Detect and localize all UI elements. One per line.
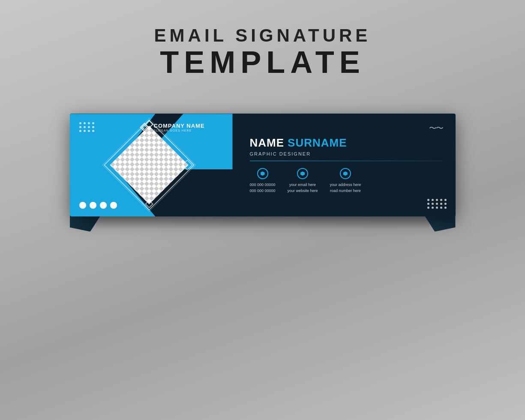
dot bbox=[444, 203, 447, 205]
dot bbox=[427, 207, 429, 209]
dot bbox=[436, 207, 438, 209]
wave-decoration: 〜〜 bbox=[429, 123, 443, 133]
circle-dot bbox=[90, 202, 96, 209]
email-icon bbox=[300, 171, 305, 176]
dot bbox=[440, 203, 442, 205]
dot bbox=[444, 199, 447, 201]
dot bbox=[427, 199, 429, 201]
company-name: COMPANY NAME bbox=[154, 123, 205, 129]
left-section: COMPANY NAME SLOGAN GOES HERE bbox=[70, 114, 233, 216]
card-wrapper: COMPANY NAME SLOGAN GOES HERE bbox=[70, 114, 456, 216]
dots-grid-bottomright bbox=[427, 199, 447, 209]
address-icon bbox=[343, 171, 348, 176]
dot bbox=[88, 130, 90, 132]
dot bbox=[79, 122, 81, 124]
dot bbox=[432, 203, 434, 205]
dot bbox=[84, 130, 86, 132]
dot bbox=[436, 199, 438, 201]
title-line2: TEMPLATE bbox=[154, 45, 371, 79]
dot bbox=[444, 207, 447, 209]
dot bbox=[92, 122, 94, 124]
circles-row bbox=[79, 202, 117, 209]
dot bbox=[92, 130, 94, 132]
dot bbox=[440, 199, 442, 201]
job-title: Graphic Designer bbox=[250, 151, 443, 156]
dot bbox=[427, 203, 429, 205]
email-icon-wrap bbox=[297, 168, 308, 179]
email-text: your email here your website here bbox=[288, 182, 318, 194]
circle-dot bbox=[79, 202, 86, 209]
dot bbox=[84, 122, 86, 124]
phone-text: 000 000 00000 000 000 00000 bbox=[250, 182, 276, 194]
contact-address: your address here road number here bbox=[330, 168, 361, 194]
first-name: NAME bbox=[250, 136, 285, 150]
address-icon-wrap bbox=[340, 168, 351, 179]
dot bbox=[79, 130, 81, 132]
signature-card: COMPANY NAME SLOGAN GOES HERE bbox=[70, 114, 456, 216]
dot bbox=[88, 126, 90, 128]
address-text: your address here road number here bbox=[330, 182, 361, 194]
dot bbox=[440, 207, 442, 209]
page-title-block: EMAIL SIGNATURE TEMPLATE bbox=[154, 26, 371, 79]
last-name: SURNAME bbox=[288, 136, 347, 150]
dot bbox=[432, 199, 434, 201]
contact-row: 000 000 00000 000 000 00000 your email h… bbox=[250, 168, 443, 194]
circle-dot bbox=[100, 202, 107, 209]
dots-grid-topleft bbox=[79, 122, 95, 132]
dot bbox=[432, 207, 434, 209]
contact-email: your email here your website here bbox=[288, 168, 318, 194]
phone-icon bbox=[261, 171, 265, 176]
dot bbox=[88, 122, 90, 124]
circle-dot bbox=[110, 202, 117, 209]
dot bbox=[92, 126, 94, 128]
right-section: 〜〜 NAME SURN bbox=[233, 114, 456, 216]
dot bbox=[84, 126, 86, 128]
phone-icon-wrap bbox=[257, 168, 268, 179]
divider bbox=[250, 161, 443, 161]
dot bbox=[79, 126, 81, 128]
name-row: NAME SURNAME bbox=[250, 136, 443, 150]
title-line1: EMAIL SIGNATURE bbox=[154, 26, 371, 45]
dot bbox=[436, 203, 438, 205]
contact-phone: 000 000 00000 000 000 00000 bbox=[250, 168, 276, 194]
